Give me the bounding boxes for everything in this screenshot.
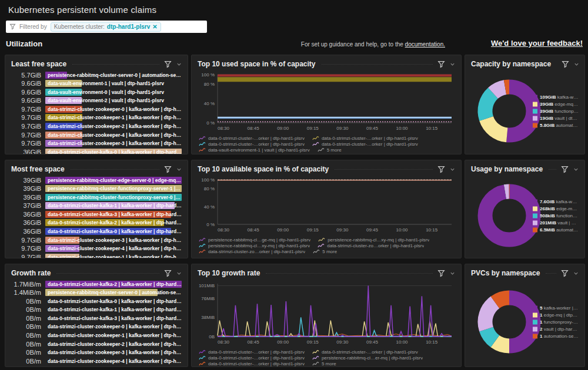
bar-row[interactable]: 36GiBdata-0-strimzi-cluster-kafka-0 | ka… <box>11 227 182 235</box>
bar-row[interactable]: 9.7GiBdata-strimzi-cluster-zookeeper-0 |… <box>11 105 182 113</box>
chevron-down-icon[interactable] <box>176 167 182 172</box>
legend-item[interactable]: 5 more <box>313 249 337 254</box>
documentation-link[interactable]: documentation. <box>405 41 445 48</box>
legend-item[interactable]: 1 edge-mq | dtp-har… <box>533 312 579 318</box>
legend-item[interactable]: 19GiB vault | dtp-ha… <box>533 116 579 121</box>
legend-item[interactable]: data-strimzi-cluster-zo…orker | dtp-hard… <box>199 249 305 254</box>
legend-label: data-0-strimzi-cluster-…orker | dtp-hard… <box>208 136 305 141</box>
legend-item[interactable]: persistence-rabbitmq-cl…er-mq | dtp-hard… <box>312 355 423 361</box>
close-icon[interactable]: ✕ <box>152 23 157 30</box>
bar-row[interactable]: 0B/mdata-0-strimzi-cluster-kafka-3 | kaf… <box>11 314 182 322</box>
chevron-down-icon[interactable] <box>450 62 455 67</box>
filter-icon[interactable] <box>562 60 569 68</box>
bar-row[interactable]: 39GiBpersistence-rabbitmq-cluster-functi… <box>11 193 182 201</box>
filter-icon[interactable] <box>561 166 569 173</box>
bar-row[interactable]: 0B/mdata-strimzi-cluster-zookeeper-4 | k… <box>11 357 182 365</box>
legend-item[interactable]: data-0-strimzi-cluster-…orker | dtp-hard… <box>312 142 418 147</box>
bar-row[interactable]: 36GiBdata-0-strimzi-cluster-kafka-2 | ka… <box>11 219 182 227</box>
chevron-down-icon[interactable] <box>450 167 455 172</box>
bar-row[interactable]: 36GiBdata-0-strimzi-cluster-kafka-0 | ka… <box>11 148 182 154</box>
legend-item[interactable]: 201MiB vault | dtp-… <box>533 220 579 226</box>
legend-item[interactable]: 268kiB edge-mq | d… <box>533 206 579 211</box>
filter-chip[interactable]: Kubernetes cluster: dtp-hard1-plsrv ✕ <box>51 22 161 32</box>
bar-row[interactable]: 9.7GiBdata-strimzi-cluster-zookeeper-1 |… <box>11 114 182 122</box>
legend-item[interactable]: data-0-strimzi-cluster-…orker | dtp-hard… <box>199 136 305 141</box>
bar-row[interactable]: 9.7GiBdata-strimzi-cluster-zookeeper-3 |… <box>11 140 182 147</box>
bar-row[interactable]: 0B/mdata-strimzi-cluster-zookeeper-1 | k… <box>11 331 182 339</box>
bar-row[interactable]: 9.7GiBdata-strimzi-cluster-zookeeper-4 |… <box>11 131 182 139</box>
bar-row[interactable]: 9.7GiBdata-strimzi-cluster-zookeeper-4 |… <box>11 245 182 253</box>
legend-item[interactable]: data-vault-environment-1 | vault | dtp-h… <box>199 147 310 153</box>
bar-row[interactable]: 0B/mdata-0-strimzi-cluster-kafka-1 | kaf… <box>11 306 182 314</box>
legend-item[interactable]: 39GiB edge-mq | dt… <box>533 102 579 107</box>
legend-item[interactable]: 109GiB kafka-worker | dt… <box>533 95 579 100</box>
chevron-down-icon[interactable] <box>176 62 182 67</box>
bar-row[interactable]: 9.6GiBdata-vault-environment-2 | vault |… <box>11 97 182 105</box>
bar-row[interactable]: 9.6GiBdata-vault-environment-0 | vault |… <box>11 88 182 96</box>
filter-icon[interactable] <box>164 166 172 173</box>
bar-row[interactable]: 0B/mdata-strimzi-cluster-zookeeper-3 | k… <box>11 349 182 356</box>
bar-row[interactable]: 5.7GiBpersistence-rabbitmq-cluster-serve… <box>11 71 182 79</box>
bar-row[interactable]: 9.7GiBdata-strimzi-cluster-zookeeper-1 |… <box>11 253 182 258</box>
bar-row[interactable]: 39GiBpersistence-rabbitmq-cluster-edge-s… <box>11 176 182 184</box>
legend-item[interactable]: data-0-strimzi-cluster-…orker | dtp-hard… <box>199 142 305 147</box>
legend-item[interactable]: 6.5MiB automation-… <box>533 227 579 233</box>
bar-row[interactable]: 0B/mdata-strimzi-cluster-zookeeper-0 | k… <box>11 323 182 331</box>
legend-line-icon <box>318 243 325 248</box>
bar-row[interactable]: 37GiBdata-0-strimzi-cluster-kafka-1 | ka… <box>11 202 182 210</box>
bar-row[interactable]: 36GiBdata-0-strimzi-cluster-kafka-3 | ka… <box>11 210 182 218</box>
bar-row[interactable]: 0B/mdata-0-strimzi-cluster-kafka-0 | kaf… <box>11 297 182 305</box>
bar-row[interactable]: 9.7GiBdata-strimzi-cluster-zookeeper-2 |… <box>11 122 182 130</box>
legend-item[interactable]: 2 vault | dtp-hard1-… <box>533 327 579 332</box>
bar-row[interactable]: 9.6GiBdata-vault-environment-1 | vault |… <box>11 80 182 88</box>
section-header: Utilization For set up guidance and help… <box>5 38 585 51</box>
legend-item[interactable]: 5 more <box>318 147 342 153</box>
title-leader-line <box>546 273 556 274</box>
legend-item[interactable]: 5 more <box>312 361 336 366</box>
filter-icon[interactable] <box>164 270 172 277</box>
legend-label: 6.5MiB automation-… <box>540 227 579 233</box>
legend-item[interactable]: persistence-rabbitmq-cl…xy-mq | dtp-hard… <box>199 243 310 248</box>
legend-item[interactable]: data-0-strimzi-cluster-…orker | dtp-hard… <box>312 136 418 141</box>
legend-item[interactable]: data-0-strimzi-cluster-…orker | dtp-hard… <box>199 349 305 355</box>
bar-value: 0B/m <box>11 349 45 356</box>
legend-swatch <box>533 327 537 331</box>
bar-row[interactable]: 0B/mdata-strimzi-cluster-zookeeper-2 | k… <box>11 340 182 348</box>
filter-icon[interactable] <box>437 60 445 68</box>
filter-icon[interactable] <box>437 166 445 173</box>
legend-item[interactable]: persistence-rabbitmq-cl…xy-mq | dtp-hard… <box>318 237 429 243</box>
legend-item[interactable]: 5.8GiB automation-… <box>533 123 579 128</box>
legend-item[interactable]: data-0-strimzi-cluster-…orker | dtp-hard… <box>199 355 305 361</box>
legend-item[interactable]: data-strimzi-cluster-zo…orker | dtp-hard… <box>318 243 424 248</box>
legend-item[interactable]: 1 automation-server… <box>533 334 579 339</box>
feedback-link[interactable]: We'd love your feedback! <box>491 39 583 48</box>
legend-item[interactable]: data-0-strimzi-cluster-…orker | dtp-hard… <box>312 349 418 355</box>
filter-icon[interactable] <box>437 270 445 277</box>
filter-icon[interactable] <box>164 60 172 68</box>
title-leader-line <box>56 273 159 274</box>
panel-pvcs-by-namespace: PVCs by namespace5 kafka-worker | dt…1 e… <box>465 264 585 367</box>
bar-row[interactable]: 1.4MiB/mpersistence-rabbitmq-cluster-ser… <box>11 289 182 297</box>
legend-item[interactable]: data-0-strimzi-cluster-…orker | dtp-hard… <box>199 361 305 366</box>
chevron-down-icon[interactable] <box>573 271 579 276</box>
bar-label: data-0-strimzi-cluster-kafka-0 | kafka-w… <box>48 149 182 154</box>
x-tick-label: 09:15 <box>307 126 319 131</box>
bar-row[interactable]: 9.7GiBdata-strimzi-cluster-zookeeper-3 |… <box>11 236 182 244</box>
chevron-down-icon[interactable] <box>176 271 182 276</box>
chevron-down-icon[interactable] <box>450 271 455 276</box>
chevron-down-icon[interactable] <box>574 62 579 67</box>
x-tick-label: 09:00 <box>277 227 289 233</box>
legend-item[interactable]: 7.6GiB kafka-worker… <box>533 199 579 204</box>
filter-icon[interactable] <box>561 270 569 277</box>
legend-line-icon <box>312 355 319 361</box>
legend-item[interactable]: 508kiB functionpro… <box>533 213 579 218</box>
legend-swatch <box>533 199 537 204</box>
chevron-down-icon[interactable] <box>573 167 579 172</box>
bar-row[interactable]: 1.7MiB/mdata-0-strimzi-cluster-kafka-2 |… <box>11 280 182 288</box>
legend-item[interactable]: 39GiB functionprox… <box>533 109 579 114</box>
legend-item[interactable]: 5 kafka-worker | dt… <box>533 305 579 311</box>
legend-item[interactable]: persistence-rabbitmq-cl…ge-mq | dtp-hard… <box>199 237 310 243</box>
legend-item[interactable]: 1 functionproxy-mq… <box>533 319 579 325</box>
filter-bar[interactable]: Filtered by Kubernetes cluster: dtp-hard… <box>6 21 207 33</box>
bar-row[interactable]: 39GiBpersistence-rabbitmq-cluster-functi… <box>11 185 182 193</box>
